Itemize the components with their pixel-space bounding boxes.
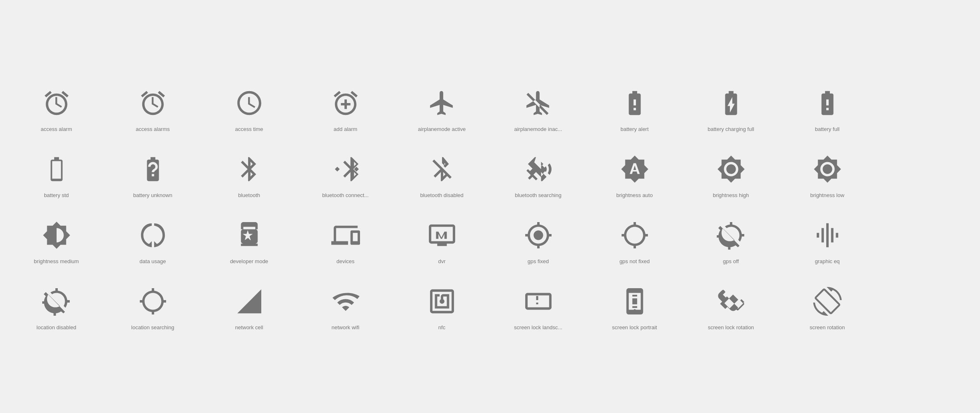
icon-cell-location-searching: location searching	[105, 273, 201, 339]
icon-cell-screen-lock-portrait: screen lock portrait	[586, 273, 683, 339]
icon-cell-battery-unknown: battery unknown	[105, 140, 201, 206]
location-searching-icon	[137, 285, 169, 318]
network-cell-icon	[233, 285, 266, 318]
icon-cell-add-alarm: add alarm	[297, 74, 394, 140]
airplanemode-inactive-icon	[522, 87, 555, 119]
brightness-low-label: brightness low	[810, 192, 844, 198]
screen-rotation-label: screen rotation	[810, 324, 845, 330]
location-disabled-icon	[40, 285, 73, 318]
battery-charging-full-icon	[715, 87, 748, 119]
airplanemode-inactive-label: airplanemode inac...	[514, 126, 562, 132]
bluetooth-searching-label: bluetooth searching	[515, 192, 561, 198]
icon-cell-location-disabled: location disabled	[8, 273, 105, 339]
icon-cell-brightness-low: brightness low	[779, 140, 875, 206]
dvr-label: dvr	[438, 258, 445, 264]
location-searching-label: location searching	[131, 324, 174, 330]
nfc-label: nfc	[438, 324, 445, 330]
icon-cell-gps-off: gps off	[683, 206, 779, 273]
icon-cell-network-cell: network cell	[201, 273, 297, 339]
add-alarm-icon	[329, 87, 362, 119]
screen-lock-portrait-label: screen lock portrait	[612, 324, 657, 330]
icon-cell-gps-not-fixed: gps not fixed	[586, 206, 683, 273]
icon-cell-placeholder-4	[875, 273, 972, 339]
brightness-medium-label: brightness medium	[34, 258, 79, 264]
network-cell-label: network cell	[235, 324, 263, 330]
icon-cell-brightness-auto: brightness auto	[586, 140, 683, 206]
icon-cell-bluetooth-connected: bluetooth connect...	[297, 140, 394, 206]
add-alarm-label: add alarm	[334, 126, 358, 132]
gps-fixed-icon	[522, 219, 555, 252]
icon-cell-graphic-eq: graphic eq	[779, 206, 875, 273]
bluetooth-label: bluetooth	[238, 192, 260, 198]
icon-cell-access-alarms: access alarms	[105, 74, 201, 140]
icon-cell-access-alarm: access alarm	[8, 74, 105, 140]
screen-lock-landscape-label: screen lock landsc...	[514, 324, 563, 330]
bluetooth-connected-icon	[329, 153, 362, 186]
battery-full-icon	[811, 87, 844, 119]
bluetooth-disabled-label: bluetooth disabled	[420, 192, 464, 198]
bluetooth-icon	[233, 153, 266, 186]
icon-cell-battery-full: battery full	[779, 74, 875, 140]
devices-label: devices	[336, 258, 354, 264]
icon-cell-access-time: access time	[201, 74, 297, 140]
icon-cell-airplanemode-active: airplanemode active	[394, 74, 490, 140]
icon-cell-battery-alert: battery alert	[586, 74, 683, 140]
access-alarms-icon	[137, 87, 169, 119]
data-usage-icon	[137, 219, 169, 252]
network-wifi-icon	[329, 285, 362, 318]
icon-cell-battery-charging-full: battery charging full	[683, 74, 779, 140]
brightness-medium-icon	[40, 219, 73, 252]
devices-icon	[329, 219, 362, 252]
access-time-icon	[233, 87, 266, 119]
icon-cell-bluetooth: bluetooth	[201, 140, 297, 206]
brightness-high-icon	[715, 153, 748, 186]
battery-unknown-icon	[137, 153, 169, 186]
battery-full-label: battery full	[815, 126, 840, 132]
access-alarm-icon	[40, 87, 73, 119]
icon-cell-screen-lock-rotation: screen lock rotation	[683, 273, 779, 339]
icon-cell-data-usage: data usage	[105, 206, 201, 273]
screen-rotation-icon	[811, 285, 844, 318]
brightness-high-label: brightness high	[713, 192, 749, 198]
icon-cell-brightness-medium: brightness medium	[8, 206, 105, 273]
icon-cell-devices: devices	[297, 206, 394, 273]
icon-cell-gps-fixed: gps fixed	[490, 206, 586, 273]
gps-not-fixed-icon	[618, 219, 651, 252]
gps-off-label: gps off	[723, 258, 739, 264]
airplanemode-active-icon	[426, 87, 458, 119]
icon-cell-screen-rotation: screen rotation	[779, 273, 875, 339]
graphic-eq-icon	[811, 219, 844, 252]
screen-lock-rotation-icon	[715, 285, 748, 318]
graphic-eq-label: graphic eq	[815, 258, 840, 264]
brightness-low-icon	[811, 153, 844, 186]
gps-not-fixed-label: gps not fixed	[620, 258, 650, 264]
brightness-auto-label: brightness auto	[616, 192, 653, 198]
icon-cell-bluetooth-searching: bluetooth searching	[490, 140, 586, 206]
bluetooth-disabled-icon	[426, 153, 458, 186]
icon-cell-screen-lock-landscape: screen lock landsc...	[490, 273, 586, 339]
icon-cell-placeholder-2	[875, 140, 972, 206]
location-disabled-label: location disabled	[36, 324, 76, 330]
access-alarms-label: access alarms	[136, 126, 170, 132]
access-alarm-label: access alarm	[41, 126, 72, 132]
bluetooth-searching-icon	[522, 153, 555, 186]
icon-cell-brightness-high: brightness high	[683, 140, 779, 206]
screen-lock-landscape-icon	[522, 285, 555, 318]
icon-cell-airplanemode-inactive: airplanemode inac...	[490, 74, 586, 140]
access-time-label: access time	[235, 126, 263, 132]
icon-grid: access alarm access alarms access time a…	[8, 74, 972, 339]
icon-cell-network-wifi: network wifi	[297, 273, 394, 339]
data-usage-label: data usage	[139, 258, 166, 264]
battery-std-label: battery std	[44, 192, 69, 198]
battery-std-icon	[40, 153, 73, 186]
brightness-auto-icon	[618, 153, 651, 186]
battery-alert-icon	[618, 87, 651, 119]
icon-cell-battery-std: battery std	[8, 140, 105, 206]
screen-lock-rotation-label: screen lock rotation	[708, 324, 754, 330]
icon-cell-dvr: dvr	[394, 206, 490, 273]
gps-fixed-label: gps fixed	[527, 258, 549, 264]
dvr-icon	[426, 219, 458, 252]
battery-alert-label: battery alert	[620, 126, 649, 132]
bluetooth-connected-label: bluetooth connect...	[322, 192, 369, 198]
airplanemode-active-label: airplanemode active	[418, 126, 465, 132]
